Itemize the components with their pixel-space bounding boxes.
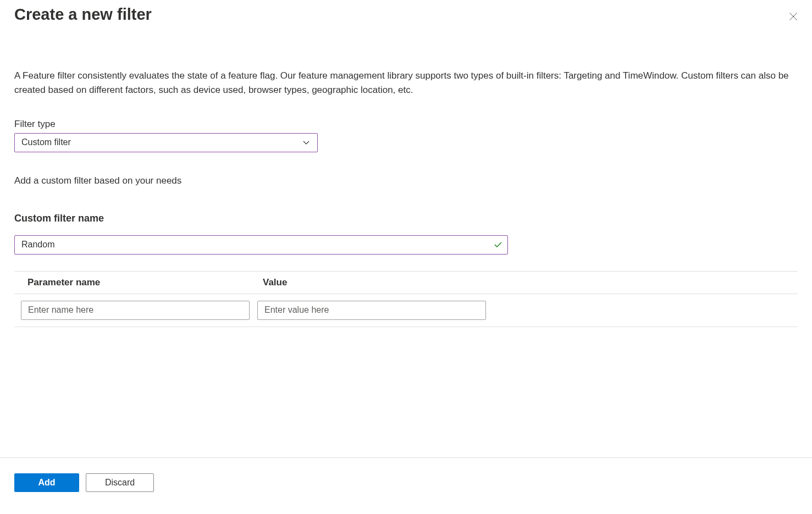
check-icon [494,240,502,249]
parameter-value-input[interactable] [257,301,486,320]
filter-type-dropdown[interactable]: Custom filter [14,133,318,152]
param-value-header: Value [263,277,798,288]
filter-type-selected: Custom filter [21,137,71,147]
filter-type-label: Filter type [14,119,798,130]
chevron-down-icon [302,138,311,147]
page-title: Create a new filter [14,5,152,24]
parameters-table: Parameter name Value [14,271,798,327]
param-name-header: Parameter name [27,277,263,288]
add-button[interactable]: Add [14,473,79,492]
close-icon [788,15,799,24]
parameter-name-input[interactable] [21,301,250,320]
table-row [14,294,798,327]
description-text: A Feature filter consistently evaluates … [14,69,798,98]
help-text: Add a custom filter based on your needs [14,175,798,186]
close-button[interactable] [786,9,801,26]
custom-filter-name-label: Custom filter name [14,213,798,224]
discard-button[interactable]: Discard [86,473,154,492]
custom-filter-name-input[interactable] [14,235,508,255]
